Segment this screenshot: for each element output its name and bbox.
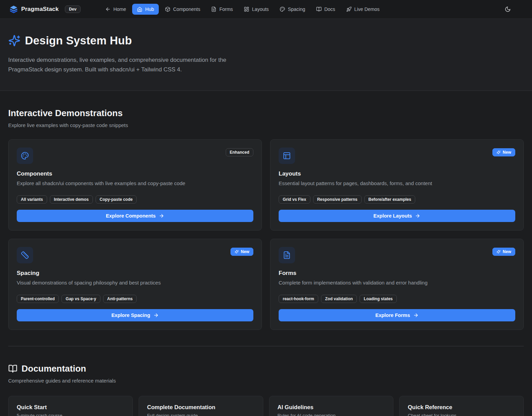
button-label: Explore Layouts bbox=[374, 213, 412, 219]
palette-icon bbox=[280, 6, 285, 12]
card-description: Explore all shadcn/ui components with li… bbox=[17, 180, 253, 186]
rocket-icon bbox=[346, 6, 352, 12]
doc-card-description: Rules for AI code generation bbox=[278, 413, 385, 416]
button-label: Explore Components bbox=[106, 213, 156, 219]
tag: react-hook-form bbox=[279, 295, 318, 303]
book-open-icon bbox=[316, 6, 322, 12]
layers-logo-icon bbox=[10, 5, 18, 13]
doc-card-description: Full design system guide bbox=[147, 413, 255, 416]
nav-item-layouts[interactable]: Layouts bbox=[239, 4, 274, 15]
doc-card-quick-reference[interactable]: Quick Reference Cheat sheet for lookups bbox=[399, 396, 524, 416]
nav-item-label: Components bbox=[173, 6, 200, 12]
nav-item-label: Forms bbox=[219, 6, 233, 12]
moon-icon bbox=[505, 6, 511, 12]
nav-item-live-demos[interactable]: Live Demos bbox=[341, 4, 384, 15]
arrow-left-icon bbox=[105, 6, 111, 12]
tag: Loading states bbox=[360, 295, 397, 303]
nav-item-label: Live Demos bbox=[354, 6, 380, 12]
badge-label: New bbox=[503, 249, 511, 254]
explore-forms-button[interactable]: Explore Forms bbox=[279, 309, 515, 321]
demo-card-components: Enhanced Components Explore all shadcn/u… bbox=[8, 139, 262, 231]
nav-item-label: Spacing bbox=[288, 6, 305, 12]
tag: Zod validation bbox=[321, 295, 357, 303]
doc-card-description: 5-minute crash course bbox=[17, 413, 124, 416]
tag: Copy-paste code bbox=[96, 195, 137, 204]
doc-card-description: Cheat sheet for lookups bbox=[408, 413, 515, 416]
doc-card-title: Complete Documentation bbox=[147, 404, 255, 411]
doc-card-complete-documentation[interactable]: Complete Documentation Full design syste… bbox=[139, 396, 263, 416]
page-title: Design System Hub bbox=[25, 34, 132, 47]
nav-item-spacing[interactable]: Spacing bbox=[275, 4, 310, 15]
layout-dashboard-icon bbox=[244, 6, 249, 12]
tag: Responsive patterns bbox=[313, 195, 362, 204]
tag: Grid vs Flex bbox=[279, 195, 310, 204]
nav-item-label: Layouts bbox=[252, 6, 269, 12]
documentation-section-header: Documentation Comprehensive guides and r… bbox=[8, 363, 524, 384]
demos-subheading: Explore live examples with copy-paste co… bbox=[8, 122, 524, 128]
hero-section: Design System Hub Interactive demonstrat… bbox=[0, 19, 532, 91]
new-badge: New bbox=[492, 148, 515, 156]
theme-toggle-button[interactable] bbox=[502, 3, 514, 15]
nav-item-docs[interactable]: Docs bbox=[311, 4, 340, 15]
card-title: Forms bbox=[279, 270, 515, 277]
panels-top-left-icon bbox=[279, 148, 295, 164]
ruler-icon bbox=[17, 247, 33, 263]
file-text-icon bbox=[211, 6, 216, 12]
demo-card-spacing: New Spacing Visual demonstrations of spa… bbox=[8, 239, 262, 330]
card-title: Components bbox=[17, 170, 253, 177]
sparkles-icon bbox=[8, 34, 20, 47]
demos-heading: Interactive Demonstrations bbox=[8, 108, 524, 119]
nav-item-components[interactable]: Components bbox=[160, 4, 205, 15]
documentation-subheading: Comprehensive guides and reference mater… bbox=[8, 378, 524, 384]
explore-spacing-button[interactable]: Explore Spacing bbox=[17, 309, 253, 321]
sparkles-icon bbox=[496, 150, 501, 154]
doc-card-quick-start[interactable]: Quick Start 5-minute crash course bbox=[8, 396, 133, 416]
button-label: Explore Forms bbox=[375, 313, 410, 318]
top-navbar: PragmaStack Dev Home Hub Components Form… bbox=[0, 0, 532, 19]
hero-description: Interactive demonstrations, live example… bbox=[8, 55, 263, 74]
heading-label: Documentation bbox=[22, 363, 86, 374]
button-label: Explore Spacing bbox=[111, 313, 150, 318]
explore-components-button[interactable]: Explore Components bbox=[17, 210, 253, 222]
documentation-heading: Documentation bbox=[8, 363, 524, 374]
new-badge: New bbox=[492, 248, 515, 256]
tag: Anti-patterns bbox=[103, 295, 137, 303]
tag: All variants bbox=[17, 195, 47, 204]
enhanced-badge: Enhanced bbox=[226, 148, 253, 156]
book-open-icon bbox=[8, 364, 17, 373]
main-nav: Home Hub Components Forms Layouts Spacin… bbox=[100, 4, 384, 15]
nav-item-label: Home bbox=[113, 6, 126, 12]
arrow-right-icon bbox=[153, 313, 159, 318]
tag: Interactive demos bbox=[50, 195, 93, 204]
section-divider bbox=[8, 346, 524, 346]
card-title: Spacing bbox=[17, 270, 253, 277]
explore-layouts-button[interactable]: Explore Layouts bbox=[279, 210, 515, 222]
arrow-right-icon bbox=[415, 213, 420, 219]
demo-card-grid: Enhanced Components Explore all shadcn/u… bbox=[8, 139, 524, 330]
brand[interactable]: PragmaStack Dev bbox=[10, 5, 81, 13]
nav-item-label: Docs bbox=[324, 6, 335, 12]
tag: Gap vs Space-y bbox=[61, 295, 100, 303]
doc-card-title: Quick Start bbox=[17, 404, 124, 411]
tag: Before/after examples bbox=[364, 195, 415, 204]
doc-card-ai-guidelines[interactable]: AI Guidelines Rules for AI code generati… bbox=[269, 396, 394, 416]
nav-item-hub[interactable]: Hub bbox=[132, 4, 159, 15]
badge-label: New bbox=[241, 249, 249, 254]
sparkles-icon bbox=[235, 250, 239, 254]
card-description: Complete form implementations with valid… bbox=[279, 280, 515, 286]
demos-section-header: Interactive Demonstrations Explore live … bbox=[8, 108, 524, 128]
new-badge: New bbox=[230, 248, 253, 256]
demo-card-layouts: New Layouts Essential layout patterns fo… bbox=[270, 139, 524, 231]
card-title: Layouts bbox=[279, 170, 515, 177]
nav-item-home[interactable]: Home bbox=[100, 4, 131, 15]
arrow-right-icon bbox=[413, 313, 419, 318]
sparkles-icon bbox=[496, 250, 501, 254]
file-text-icon bbox=[279, 247, 295, 263]
doc-card-title: Quick Reference bbox=[408, 404, 515, 411]
tag: Parent-controlled bbox=[17, 295, 59, 303]
env-badge: Dev bbox=[65, 5, 81, 13]
doc-card-grid: Quick Start 5-minute crash course Comple… bbox=[8, 396, 524, 416]
brand-name: PragmaStack bbox=[21, 6, 59, 13]
demo-card-forms: New Forms Complete form implementations … bbox=[270, 239, 524, 330]
nav-item-forms[interactable]: Forms bbox=[206, 4, 238, 15]
